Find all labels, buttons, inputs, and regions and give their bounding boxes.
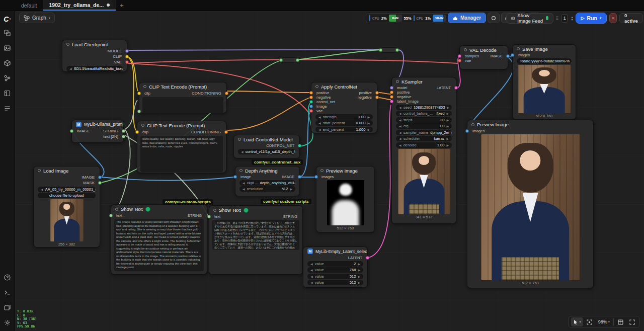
output-slot-image[interactable]	[298, 175, 301, 179]
node-ksampler[interactable]: KSampler model LATENT positive negative …	[391, 77, 456, 224]
input-slot-model[interactable]	[390, 86, 393, 90]
tab-default[interactable]: default	[15, 0, 43, 11]
combo-right-arrow-icon[interactable]: ▶	[447, 106, 449, 109]
input-slot-text[interactable]	[109, 214, 113, 217]
end-percent-widget[interactable]: ◀end_percent1.000▶	[315, 127, 373, 132]
sidebar-workflows-icon[interactable]	[2, 27, 13, 38]
combo-right-arrow-icon[interactable]: ▶	[367, 121, 370, 125]
node-header[interactable]: CLIP Text Encode (Prompt)	[137, 121, 226, 129]
node-ollama-prompt[interactable]: MMyLib-Ollama_prompt... IMAGE STRING tex…	[71, 120, 124, 143]
output-slot-image[interactable]	[98, 176, 102, 179]
tab-active-workflow[interactable]: 1902_try_ollama_de...	[43, 0, 116, 11]
node-depth-anything[interactable]: Depth Anything image IMAGE ◀ckpt ...dept…	[235, 166, 300, 196]
input-slot-positive[interactable]	[390, 91, 393, 94]
combo-right-arrow-icon[interactable]: ▶	[358, 262, 360, 266]
output-slot-text[interactable]	[122, 135, 125, 138]
reroute-node[interactable]	[380, 47, 397, 53]
combo-left-arrow-icon[interactable]: ◀	[399, 143, 401, 147]
input-slot-vae[interactable]	[458, 59, 461, 62]
combo-left-arrow-icon[interactable]: ◀	[310, 281, 313, 284]
output-slot-clip[interactable]	[125, 55, 129, 58]
reroute-node[interactable]	[281, 57, 298, 63]
input-slot-images[interactable]	[314, 175, 318, 179]
cancel-button[interactable]: ×	[609, 13, 617, 23]
collapse-icon[interactable]	[239, 169, 243, 172]
show-image-feed-button[interactable]: Show Image Feed	[506, 13, 553, 24]
combo-left-arrow-icon[interactable]: ◀	[241, 150, 244, 153]
output-slot-negative[interactable]	[375, 96, 379, 99]
prompt-textarea[interactable]	[142, 97, 223, 113]
input-slot-images[interactable]	[511, 53, 514, 57]
node-clip-text-encode-negative[interactable]: CLIP Text Encode (Prompt) clip CONDITION…	[137, 121, 226, 173]
combo-left-arrow-icon[interactable]: ◀	[399, 106, 401, 109]
output-slot-image[interactable]	[506, 54, 510, 58]
output-slot-latent[interactable]	[454, 86, 458, 90]
output-slot-mask[interactable]	[98, 181, 102, 185]
start-percent-widget[interactable]: ◀start_percent0.000▶	[315, 120, 373, 126]
node-header[interactable]: Load Checkpoint	[62, 40, 127, 48]
collapse-icon[interactable]	[213, 209, 216, 212]
node-header[interactable]: Load ControlNet Model	[234, 135, 299, 143]
graph-selector-button[interactable]: Graph ▾	[19, 13, 55, 23]
combo-right-arrow-icon[interactable]: ▶	[358, 275, 360, 278]
node-save-image[interactable]: Save Image images %date:yyyy%-%date:MM%-…	[512, 44, 576, 120]
combo-left-arrow-icon[interactable]: ◀	[243, 181, 245, 185]
output-slot-vae[interactable]	[125, 60, 129, 64]
collapse-icon[interactable]	[320, 169, 324, 172]
combo-right-arrow-icon[interactable]: ▶	[446, 118, 449, 122]
show-text-content[interactable]: この画像には、肩までの茶色の髪の若い女性が写っており、屋根と手すりのある木造の建…	[212, 220, 299, 250]
combo-right-arrow-icon[interactable]: ▶	[451, 131, 452, 134]
node-clip-text-encode-positive[interactable]: CLIP Text Encode (Prompt) clip CONDITION…	[139, 82, 227, 113]
prompt-textarea[interactable]: worst quality, low quality, painting, sk…	[140, 136, 223, 172]
node-header[interactable]: Apply ControlNet	[311, 82, 377, 91]
sidebar-models-icon[interactable]	[2, 57, 13, 68]
node-load-controlnet[interactable]: Load ControlNet Model CONTROL_NET ◀contr…	[233, 135, 300, 158]
combo-left-arrow-icon[interactable]: ◀	[41, 188, 43, 191]
combo-right-arrow-icon[interactable]: ▶	[446, 124, 449, 128]
control-before-generate-widget[interactable]: ◀control_before_generatefixed▶	[396, 111, 452, 116]
collapse-icon[interactable]	[471, 123, 474, 126]
combo-left-arrow-icon[interactable]: ◀	[399, 137, 401, 140]
app-menu-button[interactable]: C ▾	[4, 15, 11, 23]
output-slot-controlnet[interactable]	[298, 144, 301, 147]
input-slot-images[interactable]	[465, 129, 469, 133]
node-empty-latent[interactable]: MMyLib-Empty_Latent_select3 LATENT ◀valu…	[303, 246, 368, 288]
node-apply-controlnet[interactable]: Apply ControlNet positive positive negat…	[311, 82, 377, 133]
combo-left-arrow-icon[interactable]: ◀	[399, 118, 401, 122]
settings-gear-icon[interactable]	[2, 317, 13, 328]
combo-left-arrow-icon[interactable]: ◀	[399, 131, 401, 134]
strength-widget[interactable]: ◀strength1.00▶	[315, 114, 373, 120]
chevron-down-icon[interactable]: ▾	[579, 320, 581, 324]
ckpt-widget[interactable]: ◀ckpt ...depth_anything_vitl14.pth▶	[239, 180, 295, 186]
collapse-icon[interactable]	[396, 80, 399, 83]
input-slot-clip[interactable]	[137, 92, 141, 95]
cfg-widget[interactable]: ◀cfg7.0▶	[396, 123, 452, 129]
show-text-content[interactable]: The image features a young woman with sh…	[114, 219, 204, 271]
combo-left-arrow-icon[interactable]: ◀	[399, 112, 401, 115]
collapse-icon[interactable]	[315, 85, 318, 88]
output-slot-model[interactable]	[125, 49, 129, 53]
combo-right-arrow-icon[interactable]: ▶	[446, 112, 449, 115]
value-widget[interactable]: ◀value512▶	[307, 274, 363, 279]
node-preview-image[interactable]: Preview Image images 512 × 768	[467, 120, 594, 288]
collapse-icon[interactable]	[66, 43, 69, 46]
combo-right-arrow-icon[interactable]: ▶	[367, 128, 370, 131]
value-widget[interactable]: ◀value768▶	[307, 267, 363, 273]
upload-button[interactable]: choose file to upload	[38, 193, 96, 198]
collapse-icon[interactable]	[464, 48, 467, 51]
input-slot-text[interactable]	[207, 215, 211, 218]
input-slot-samples[interactable]	[458, 54, 461, 58]
steps-widget[interactable]: ◀steps30▶	[396, 117, 452, 123]
combo-right-arrow-icon[interactable]: ▶	[446, 137, 449, 140]
combo-left-arrow-icon[interactable]: ◀	[310, 262, 313, 266]
node-header[interactable]: CLIP Text Encode (Prompt)	[139, 82, 226, 91]
output-slot-conditioning[interactable]	[225, 92, 228, 95]
combo-left-arrow-icon[interactable]: ◀	[318, 121, 321, 125]
collapse-icon[interactable]	[143, 85, 146, 88]
input-slot-vae[interactable]	[309, 109, 313, 113]
node-preview-depth[interactable]: Preview Image images 512 × 768	[316, 166, 375, 232]
input-slot-image[interactable]	[233, 175, 237, 179]
node-header[interactable]: VAE Decode	[460, 46, 508, 54]
filename-prefix-widget[interactable]: %date:yyyy%-%date:MM%-% ...	[517, 58, 572, 64]
input-slot-image[interactable]	[70, 129, 73, 133]
